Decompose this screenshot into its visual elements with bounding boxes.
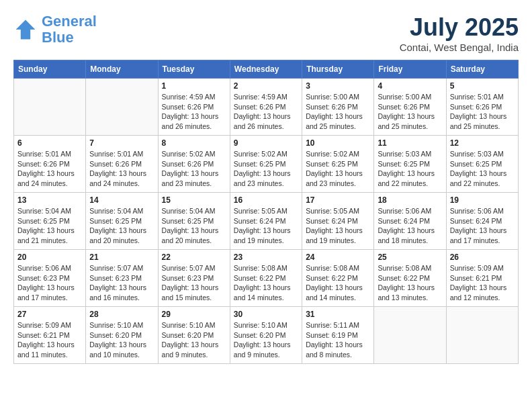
calendar-cell: 22Sunrise: 5:07 AMSunset: 6:23 PMDayligh… [158,250,230,307]
calendar-cell: 25Sunrise: 5:08 AMSunset: 6:22 PMDayligh… [374,250,446,307]
calendar-cell [446,307,518,364]
logo: General Blue [13,13,97,46]
day-number: 16 [234,195,298,205]
day-info: Sunrise: 5:00 AMSunset: 6:26 PMDaylight:… [378,92,442,132]
day-number: 13 [17,195,82,205]
logo-line2: Blue [42,29,74,46]
weekday-header-thursday: Thursday [302,60,374,79]
day-number: 21 [89,253,154,262]
day-number: 8 [162,138,226,148]
day-info: Sunrise: 4:59 AMSunset: 6:26 PMDaylight:… [234,92,298,132]
title-block: July 2025 Contai, West Bengal, India [400,13,519,53]
day-info: Sunrise: 5:02 AMSunset: 6:25 PMDaylight:… [306,149,370,189]
day-info: Sunrise: 5:10 AMSunset: 6:20 PMDaylight:… [234,320,298,360]
day-info: Sunrise: 5:07 AMSunset: 6:23 PMDaylight:… [162,263,226,303]
day-info: Sunrise: 5:08 AMSunset: 6:22 PMDaylight:… [306,263,370,303]
day-info: Sunrise: 5:06 AMSunset: 6:24 PMDaylight:… [378,206,442,246]
calendar-cell: 2Sunrise: 4:59 AMSunset: 6:26 PMDaylight… [230,79,302,136]
day-info: Sunrise: 5:10 AMSunset: 6:20 PMDaylight:… [162,320,226,360]
day-info: Sunrise: 5:03 AMSunset: 6:25 PMDaylight:… [378,149,442,189]
calendar-cell: 26Sunrise: 5:09 AMSunset: 6:21 PMDayligh… [446,250,518,307]
calendar-cell: 17Sunrise: 5:05 AMSunset: 6:24 PMDayligh… [302,193,374,250]
day-info: Sunrise: 5:03 AMSunset: 6:25 PMDaylight:… [450,149,515,189]
calendar-cell: 6Sunrise: 5:01 AMSunset: 6:26 PMDaylight… [14,136,86,193]
calendar-cell: 27Sunrise: 5:09 AMSunset: 6:21 PMDayligh… [14,307,86,364]
calendar-cell: 13Sunrise: 5:04 AMSunset: 6:25 PMDayligh… [14,193,86,250]
calendar-cell: 20Sunrise: 5:06 AMSunset: 6:23 PMDayligh… [14,250,86,307]
day-number: 9 [234,138,298,148]
calendar-cell [14,79,86,136]
logo-text: General Blue [42,13,97,46]
day-info: Sunrise: 5:07 AMSunset: 6:23 PMDaylight:… [89,263,154,303]
day-info: Sunrise: 5:08 AMSunset: 6:22 PMDaylight:… [378,263,442,303]
day-number: 29 [162,310,226,319]
calendar-cell: 21Sunrise: 5:07 AMSunset: 6:23 PMDayligh… [86,250,158,307]
day-number: 10 [306,138,370,148]
day-number: 7 [89,138,154,148]
day-number: 26 [450,253,515,262]
day-number: 6 [17,138,82,148]
calendar-cell: 16Sunrise: 5:05 AMSunset: 6:24 PMDayligh… [230,193,302,250]
day-number: 4 [378,81,442,91]
page-header: General Blue July 2025 Contai, West Beng… [13,13,519,53]
day-number: 1 [162,81,226,91]
day-number: 15 [162,195,226,205]
calendar-cell: 29Sunrise: 5:10 AMSunset: 6:20 PMDayligh… [158,307,230,364]
calendar-table: SundayMondayTuesdayWednesdayThursdayFrid… [13,60,519,364]
day-info: Sunrise: 5:04 AMSunset: 6:25 PMDaylight:… [17,206,82,246]
day-number: 2 [234,81,298,91]
calendar-cell: 18Sunrise: 5:06 AMSunset: 6:24 PMDayligh… [374,193,446,250]
day-number: 24 [306,253,370,262]
day-number: 22 [162,253,226,262]
logo-line1: General [42,13,97,30]
weekday-header-sunday: Sunday [14,60,86,79]
calendar-cell: 4Sunrise: 5:00 AMSunset: 6:26 PMDaylight… [374,79,446,136]
day-info: Sunrise: 5:02 AMSunset: 6:25 PMDaylight:… [234,149,298,189]
day-number: 31 [306,310,370,319]
week-row-3: 13Sunrise: 5:04 AMSunset: 6:25 PMDayligh… [14,193,519,250]
calendar-cell [86,79,158,136]
day-info: Sunrise: 5:00 AMSunset: 6:26 PMDaylight:… [306,92,370,132]
day-info: Sunrise: 5:08 AMSunset: 6:22 PMDaylight:… [234,263,298,303]
day-number: 3 [306,81,370,91]
day-number: 28 [89,310,154,319]
day-info: Sunrise: 5:09 AMSunset: 6:21 PMDaylight:… [17,320,82,360]
weekday-header-tuesday: Tuesday [158,60,230,79]
weekday-header-friday: Friday [374,60,446,79]
day-info: Sunrise: 5:05 AMSunset: 6:24 PMDaylight:… [234,206,298,246]
day-number: 20 [17,253,82,262]
day-number: 23 [234,253,298,262]
weekday-header-saturday: Saturday [446,60,518,79]
calendar-cell: 30Sunrise: 5:10 AMSunset: 6:20 PMDayligh… [230,307,302,364]
calendar-cell: 28Sunrise: 5:10 AMSunset: 6:20 PMDayligh… [86,307,158,364]
day-info: Sunrise: 5:11 AMSunset: 6:19 PMDaylight:… [306,320,370,360]
calendar-cell: 5Sunrise: 5:01 AMSunset: 6:26 PMDaylight… [446,79,518,136]
calendar-cell: 8Sunrise: 5:02 AMSunset: 6:26 PMDaylight… [158,136,230,193]
week-row-5: 27Sunrise: 5:09 AMSunset: 6:21 PMDayligh… [14,307,519,364]
location: Contai, West Bengal, India [400,42,519,53]
calendar-cell: 9Sunrise: 5:02 AMSunset: 6:25 PMDaylight… [230,136,302,193]
day-info: Sunrise: 5:10 AMSunset: 6:20 PMDaylight:… [89,320,154,360]
week-row-2: 6Sunrise: 5:01 AMSunset: 6:26 PMDaylight… [14,136,519,193]
svg-marker-0 [16,20,36,40]
calendar-cell: 3Sunrise: 5:00 AMSunset: 6:26 PMDaylight… [302,79,374,136]
day-number: 27 [17,310,82,319]
weekday-header-wednesday: Wednesday [230,60,302,79]
day-info: Sunrise: 5:02 AMSunset: 6:26 PMDaylight:… [162,149,226,189]
calendar-cell: 23Sunrise: 5:08 AMSunset: 6:22 PMDayligh… [230,250,302,307]
weekday-header-monday: Monday [86,60,158,79]
day-number: 12 [450,138,515,148]
month-title: July 2025 [400,13,519,42]
calendar-cell [374,307,446,364]
day-info: Sunrise: 5:01 AMSunset: 6:26 PMDaylight:… [89,149,154,189]
calendar-cell: 7Sunrise: 5:01 AMSunset: 6:26 PMDaylight… [86,136,158,193]
day-info: Sunrise: 5:06 AMSunset: 6:24 PMDaylight:… [450,206,515,246]
calendar-cell: 31Sunrise: 5:11 AMSunset: 6:19 PMDayligh… [302,307,374,364]
day-number: 5 [450,81,515,91]
day-info: Sunrise: 5:09 AMSunset: 6:21 PMDaylight:… [450,263,515,303]
day-number: 11 [378,138,442,148]
week-row-4: 20Sunrise: 5:06 AMSunset: 6:23 PMDayligh… [14,250,519,307]
day-info: Sunrise: 5:05 AMSunset: 6:24 PMDaylight:… [306,206,370,246]
day-info: Sunrise: 5:01 AMSunset: 6:26 PMDaylight:… [450,92,515,132]
day-number: 30 [234,310,298,319]
